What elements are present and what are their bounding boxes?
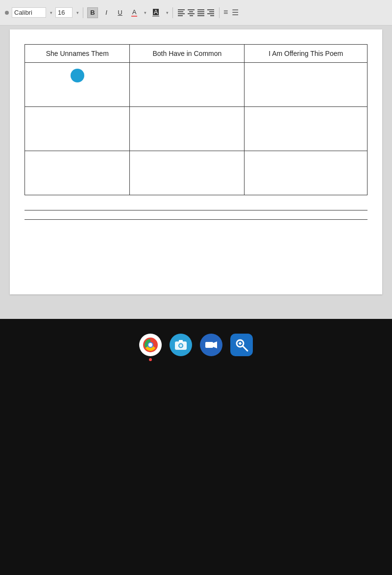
ordered-list-icon[interactable]: ≡ (223, 8, 228, 17)
page-line-2 (24, 219, 368, 220)
zoom-taskbar-icon[interactable] (230, 334, 253, 356)
document-area: Calibri ▾ 16 ▾ B I U A ▾ A ▾ (0, 0, 392, 319)
col3-header: I Am Offering This Poem (245, 45, 368, 63)
svg-rect-8 (205, 342, 213, 348)
font-color-button[interactable]: A (128, 7, 140, 18)
highlight-button[interactable]: A (149, 7, 162, 18)
table-cell[interactable] (25, 63, 130, 107)
align-center-icon[interactable] (187, 8, 196, 17)
highlight-arrow[interactable]: ▾ (166, 10, 169, 15)
toolbar-separator-3 (219, 7, 220, 18)
align-right-icon[interactable] (206, 8, 215, 17)
italic-button[interactable]: I (101, 7, 112, 18)
font-name-selector[interactable]: Calibri (12, 7, 46, 18)
chrome-indicator (149, 358, 152, 361)
table-row (25, 151, 368, 195)
col2-header: Both Have in Common (130, 45, 245, 63)
align-icons (177, 8, 215, 17)
toolbar: Calibri ▾ 16 ▾ B I U A ▾ A ▾ (0, 0, 392, 26)
chrome-taskbar-icon[interactable] (139, 334, 162, 356)
bold-button[interactable]: B (87, 7, 98, 18)
toolbar-separator-1 (83, 7, 83, 18)
page-lines (24, 210, 368, 220)
blue-dot (71, 69, 84, 82)
table-cell[interactable] (245, 107, 368, 151)
table-cell[interactable] (130, 63, 245, 107)
col1-header: She Unnames Them (25, 45, 130, 63)
taskbar-icons (139, 334, 253, 356)
toolbar-dot (5, 11, 9, 15)
font-name-arrow[interactable]: ▾ (50, 10, 52, 15)
list-icons: ≡ ☰ (223, 8, 239, 17)
table-cell[interactable] (130, 107, 245, 151)
unordered-list-icon[interactable]: ☰ (232, 8, 239, 17)
table-cell[interactable] (25, 107, 130, 151)
toolbar-separator-2 (172, 7, 173, 18)
svg-point-6 (179, 344, 182, 347)
table-cell[interactable] (25, 151, 130, 195)
table-row (25, 63, 368, 107)
underline-button[interactable]: U (115, 7, 125, 18)
table-cell[interactable] (130, 151, 245, 195)
comparison-table: She Unnames Them Both Have in Common I A… (24, 44, 368, 195)
svg-rect-7 (179, 340, 183, 342)
font-size-selector[interactable]: 16 (55, 7, 73, 18)
page-line-1 (24, 210, 368, 210)
font-size-arrow[interactable]: ▾ (76, 10, 79, 15)
align-justify-icon[interactable] (196, 8, 205, 17)
svg-marker-9 (213, 341, 217, 348)
video-taskbar-icon[interactable] (200, 334, 222, 356)
page-content: She Unnames Them Both Have in Common I A… (10, 29, 382, 294)
align-left-icon[interactable] (177, 8, 186, 17)
table-cell[interactable] (245, 151, 368, 195)
svg-point-3 (148, 343, 152, 347)
taskbar-area (0, 319, 392, 575)
font-color-arrow[interactable]: ▾ (144, 10, 147, 15)
table-cell[interactable] (245, 63, 368, 107)
table-row (25, 107, 368, 151)
camera-taskbar-icon[interactable] (170, 334, 192, 356)
